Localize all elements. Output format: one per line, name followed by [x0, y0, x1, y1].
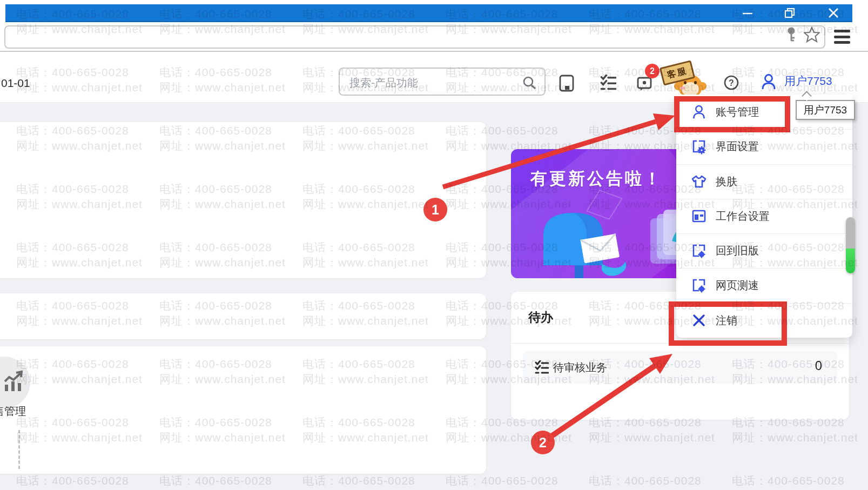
- todo-row-label: 待审核业务: [553, 360, 607, 375]
- message-count-badge: 2: [645, 64, 660, 78]
- username-label[interactable]: 用户7753: [784, 73, 832, 89]
- close-icon: [827, 7, 839, 19]
- menu-item-speed-test[interactable]: 网页测速: [676, 268, 852, 303]
- todo-title: 待办: [528, 309, 553, 326]
- old-version-icon: [691, 244, 706, 259]
- calculator-icon[interactable]: [559, 75, 575, 92]
- browser-toolbar: [0, 22, 868, 52]
- restore-icon: [784, 7, 796, 19]
- left-card-bottom: [0, 346, 486, 474]
- left-card-top: [0, 122, 486, 278]
- minimize-button[interactable]: [735, 4, 760, 21]
- mailbox-illustration: [533, 203, 695, 278]
- username-tooltip: 用户7753: [796, 100, 855, 120]
- todo-row-value: 0: [815, 358, 822, 373]
- interface-settings-icon: [691, 139, 706, 155]
- left-card-middle: [0, 293, 486, 339]
- annotation-badge-1: 1: [423, 198, 447, 221]
- search-placeholder: 搜索-产品功能: [349, 76, 418, 90]
- banner-title: 有更新公告啦！: [530, 167, 663, 190]
- user-avatar-icon[interactable]: [761, 73, 777, 91]
- search-input[interactable]: 搜索-产品功能: [339, 68, 546, 96]
- window-titlebar: [5, 4, 852, 22]
- pending-review-checklist-icon: [535, 360, 549, 374]
- annotation-badge-2: 2: [531, 431, 555, 454]
- menu-item-old-version[interactable]: 回到旧版: [676, 233, 852, 268]
- search-icon[interactable]: [522, 75, 537, 90]
- sales-chart-icon: [3, 368, 25, 392]
- menu-item-interface-settings[interactable]: 界面设置: [676, 129, 852, 164]
- highlight-box-logout: [669, 301, 787, 346]
- todo-row-pending-review[interactable]: 待审核业务 0: [523, 351, 837, 384]
- minimize-icon: [742, 7, 753, 19]
- speed-test-icon: [691, 278, 706, 293]
- svg-text:?: ?: [729, 78, 734, 88]
- hamburger-menu-icon[interactable]: [834, 30, 850, 44]
- menu-item-change-skin[interactable]: 换肤: [676, 164, 852, 199]
- tshirt-icon: [691, 174, 706, 189]
- date-fragment: 01-01: [1, 77, 30, 90]
- help-icon[interactable]: ?: [723, 75, 739, 91]
- highlight-box-account-management: [674, 96, 790, 132]
- close-button[interactable]: [821, 4, 846, 21]
- star-favorites-icon[interactable]: [804, 26, 820, 43]
- scrollbar-indicator[interactable]: [846, 217, 855, 273]
- section-label: 售管理: [0, 404, 26, 419]
- dashed-connector: [18, 430, 20, 469]
- workbench-icon: [691, 209, 706, 224]
- menu-item-workbench-settings[interactable]: 工作台设置: [676, 199, 852, 233]
- restore-button[interactable]: [777, 4, 802, 21]
- address-bar[interactable]: [4, 25, 825, 49]
- task-list-icon[interactable]: [600, 75, 616, 91]
- key-icon[interactable]: [784, 26, 798, 43]
